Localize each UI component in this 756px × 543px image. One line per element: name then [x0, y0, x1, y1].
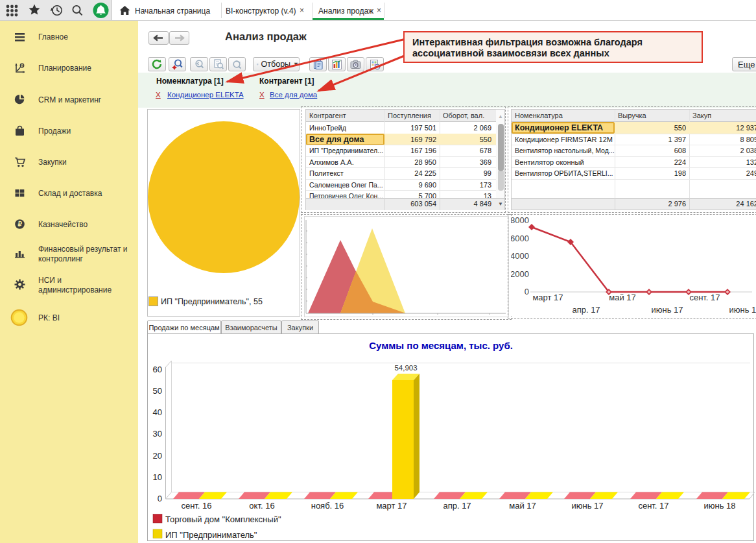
- svg-text:60: 60: [153, 365, 162, 374]
- svg-text:0: 0: [525, 287, 529, 296]
- svg-text:Торговый дом "Комплексный": Торговый дом "Комплексный": [165, 514, 281, 524]
- svg-text:окт. 16: окт. 16: [249, 501, 274, 511]
- svg-text:6000: 6000: [511, 234, 529, 243]
- svg-text:март 17: март 17: [532, 293, 563, 302]
- svg-text:10: 10: [153, 472, 162, 482]
- svg-text:сент. 17: сент. 17: [638, 501, 668, 511]
- svg-text:июнь 18: июнь 18: [729, 305, 756, 315]
- svg-text:июнь 17: июнь 17: [651, 305, 683, 315]
- svg-text:₽: ₽: [21, 64, 23, 67]
- svg-text:2000: 2000: [511, 269, 529, 279]
- svg-text:50: 50: [153, 386, 162, 396]
- svg-text:40: 40: [153, 407, 162, 417]
- svg-text:май 17: май 17: [609, 293, 636, 302]
- svg-text:₽: ₽: [18, 221, 23, 228]
- svg-text:июнь 18: июнь 18: [703, 501, 735, 511]
- svg-text:54,903: 54,903: [394, 364, 417, 372]
- svg-text:нояб. 16: нояб. 16: [311, 501, 344, 511]
- svg-text:сент. 16: сент. 16: [181, 501, 211, 511]
- svg-text:март 17: март 17: [376, 501, 407, 511]
- svg-text:июнь 17: июнь 17: [571, 501, 603, 511]
- svg-text:8000: 8000: [511, 216, 529, 225]
- svg-text:сент. 17: сент. 17: [689, 293, 720, 302]
- svg-text:апр. 17: апр. 17: [443, 501, 471, 511]
- svg-text:0: 0: [158, 494, 162, 503]
- svg-text:20: 20: [153, 451, 162, 461]
- svg-text:4000: 4000: [511, 251, 529, 261]
- svg-text:30: 30: [153, 429, 162, 439]
- svg-text:май 17: май 17: [509, 501, 536, 511]
- svg-text:ИП "Предприниматель": ИП "Предприниматель": [165, 530, 257, 540]
- svg-text:апр. 17: апр. 17: [572, 305, 600, 315]
